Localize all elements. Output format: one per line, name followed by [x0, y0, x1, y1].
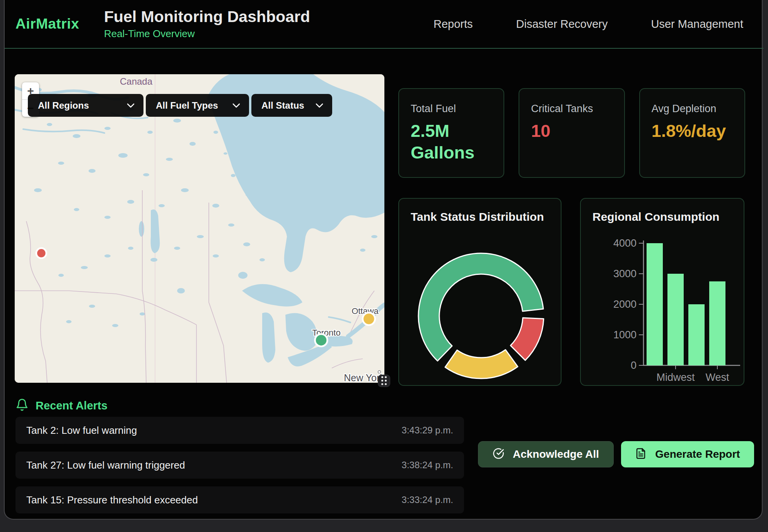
page-title: Fuel Monitoring Dashboard [104, 8, 310, 26]
page-subtitle: Real-Time Overview [104, 28, 310, 40]
filter-status-label: All Status [261, 100, 304, 111]
stat-value: 10 [531, 120, 600, 142]
stat-card-critical-tanks: Critical Tanks 10 [519, 88, 625, 178]
stat-value: 1.8%/day [652, 120, 720, 142]
alert-message: Tank 15: Pressure threshold exceeded [26, 494, 198, 506]
generate-report-button[interactable]: Generate Report [621, 441, 754, 467]
stat-value: 2.5M Gallons [411, 120, 480, 164]
map-label-canada: Canada [120, 76, 153, 87]
bell-icon [15, 398, 29, 413]
chevron-down-icon [126, 103, 135, 108]
alert-message: Tank 2: Low fuel warning [26, 425, 137, 437]
x-tick-label: Midwest [656, 372, 695, 383]
header: AirMatrix Fuel Monitoring Dashboard Real… [5, 0, 763, 49]
map-marker-warning[interactable] [363, 313, 375, 325]
stat-label: Critical Tanks [531, 103, 612, 115]
filter-fuel-types-label: All Fuel Types [156, 100, 218, 111]
bar-col1 [647, 243, 663, 365]
donut-segment-yellow [445, 350, 518, 379]
bar-Midwest [667, 274, 684, 365]
acknowledge-all-button[interactable]: Acknowledge All [478, 441, 614, 467]
y-tick-label: 2000 [613, 298, 637, 310]
map-marker-critical[interactable] [36, 248, 46, 258]
alert-message: Tank 27: Low fuel warning triggered [26, 459, 185, 471]
acknowledge-all-label: Acknowledge All [513, 448, 599, 460]
main-nav: Reports Disaster Recovery User Managemen… [433, 18, 743, 31]
alert-time: 3:38:24 p.m. [402, 460, 453, 471]
alerts-title: Recent Alerts [36, 399, 108, 412]
tank-status-card: Tank Status Distribution [398, 198, 561, 386]
y-tick-label: 3000 [613, 268, 637, 280]
alert-time: 3:43:29 p.m. [402, 425, 453, 436]
y-tick-label: 0 [631, 360, 637, 371]
chevron-down-icon [232, 103, 241, 108]
file-text-icon [635, 448, 647, 461]
tank-status-donut-chart [399, 199, 562, 387]
title-block: Fuel Monitoring Dashboard Real-Time Over… [104, 8, 310, 40]
bar-col3 [688, 304, 705, 365]
donut-segment-red [510, 318, 544, 360]
stat-label: Total Fuel [411, 103, 492, 115]
stat-label: Avg Depletion [652, 103, 733, 115]
x-tick-label: West [705, 372, 729, 383]
map-svg: Canada Ottawa Toronto New York [15, 74, 384, 383]
map-marker-normal[interactable] [315, 334, 328, 346]
generate-report-label: Generate Report [655, 448, 740, 460]
alerts-header: Recent Alerts [15, 398, 108, 413]
map-filters: All Regions All Fuel Types All Status [28, 94, 332, 117]
alert-row: Tank 27: Low fuel warning triggered 3:38… [15, 452, 464, 479]
nav-item-disaster-recovery[interactable]: Disaster Recovery [516, 18, 608, 31]
y-tick-label: 1000 [613, 329, 637, 341]
nav-item-reports[interactable]: Reports [433, 18, 473, 31]
check-circle-icon [493, 448, 504, 461]
filter-fuel-types-dropdown[interactable]: All Fuel Types [146, 94, 249, 117]
filter-regions-dropdown[interactable]: All Regions [28, 94, 143, 117]
alert-row: Tank 15: Pressure threshold exceeded 3:3… [15, 486, 464, 513]
filter-status-dropdown[interactable]: All Status [251, 94, 332, 117]
regional-consumption-bar-chart: 01000200030004000MidwestWest [581, 199, 745, 387]
stat-cards: Total Fuel 2.5M Gallons Critical Tanks 1… [398, 88, 745, 178]
stat-card-avg-depletion: Avg Depletion 1.8%/day [639, 88, 745, 178]
regional-consumption-card: Regional Consumption 01000200030004000Mi… [580, 198, 744, 386]
stat-card-total-fuel: Total Fuel 2.5M Gallons [398, 88, 504, 178]
filter-regions-label: All Regions [38, 100, 89, 111]
alert-row: Tank 2: Low fuel warning 3:43:29 p.m. [15, 417, 464, 444]
chevron-down-icon [315, 103, 324, 108]
map[interactable]: Canada Ottawa Toronto New York + − All R… [15, 74, 384, 383]
bar-West [709, 281, 725, 365]
nav-item-user-management[interactable]: User Management [651, 18, 743, 31]
map-drag-handle[interactable] [378, 375, 390, 387]
y-tick-label: 4000 [613, 237, 637, 249]
brand-logo: AirMatrix [15, 16, 79, 32]
alert-time: 3:33:24 p.m. [402, 494, 453, 505]
